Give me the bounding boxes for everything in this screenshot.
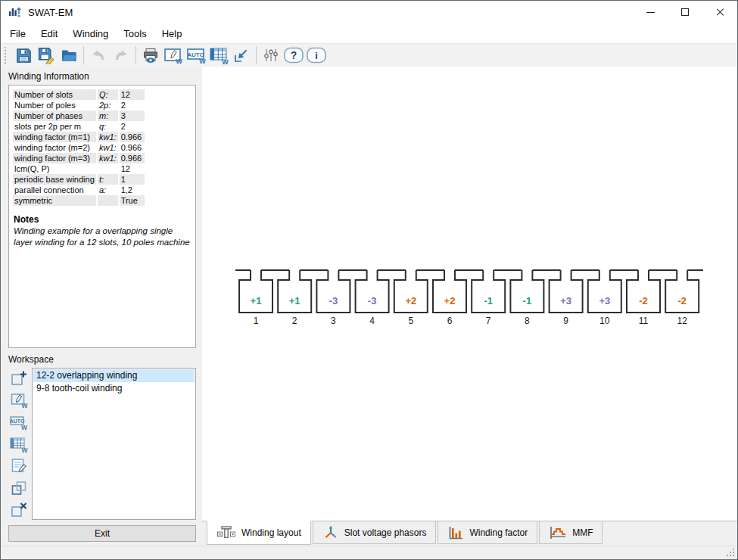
menu-tools[interactable]: Tools (116, 23, 154, 43)
new-winding-button[interactable] (8, 369, 29, 387)
info-row: Number of phasesm:3 (13, 110, 145, 121)
close-button[interactable] (702, 1, 737, 23)
svg-text:?: ? (291, 49, 297, 61)
edit-winding-button[interactable]: W (8, 390, 29, 409)
winding-factor-tab-icon (447, 525, 464, 540)
save-button[interactable] (12, 45, 35, 66)
resize-grip-icon (726, 548, 735, 557)
redo-button[interactable] (110, 45, 132, 66)
slot-number: 7 (486, 316, 491, 326)
tab-label: Winding factor (469, 527, 528, 538)
info-row: slots per 2p per mq:2 (13, 121, 145, 132)
slot-phase-label: +3 (599, 295, 610, 306)
winding-information-panel: Number of slotsQ:12Number of poles2p:2Nu… (8, 85, 196, 348)
info-icon: i (306, 46, 327, 64)
slot-number: 1 (254, 316, 259, 326)
tab-winding-factor[interactable]: Winding factor (438, 521, 537, 544)
slot-number: 8 (525, 316, 530, 326)
delete-winding-icon (10, 501, 28, 519)
svg-text:W: W (21, 446, 28, 453)
main-area: +11+12-33-34+25+26-17-18+39+310-211-212 (202, 67, 737, 546)
tab-mmf[interactable]: MMF (539, 521, 603, 544)
maximize-button[interactable] (668, 1, 702, 23)
info-row: winding factor (m=2)kw1:0.966 (13, 142, 145, 153)
svg-text:W: W (199, 58, 206, 64)
edit-winding-icon: W (163, 46, 183, 64)
toolbar-separator (256, 46, 257, 64)
delete-winding-button[interactable] (8, 501, 29, 520)
slot-voltage-phasors-tab-icon (322, 525, 339, 540)
save-report-button[interactable] (35, 45, 58, 66)
edit-winding-button[interactable]: W (162, 45, 185, 66)
open-button[interactable] (58, 45, 80, 66)
app-window: SWAT-EM File Edit Winding Tools Help (0, 0, 738, 560)
info-row: periodic base windingt:1 (13, 174, 145, 185)
menu-edit[interactable]: Edit (33, 23, 65, 43)
winding-info-table: Number of slotsQ:12Number of poles2p:2Nu… (11, 89, 146, 206)
winding-table-button[interactable]: W (8, 434, 29, 453)
undo-button[interactable] (87, 45, 110, 66)
save-icon (15, 47, 33, 64)
maximize-icon (681, 8, 689, 16)
slot-phase-label: -1 (523, 295, 532, 306)
title-bar: SWAT-EM (1, 1, 737, 23)
content-area: Winding Information Number of slotsQ:12N… (1, 67, 737, 546)
help-icon: ? (283, 46, 304, 64)
auto-winding-icon: AUTO W (186, 46, 207, 64)
tab-winding-layout[interactable]: Winding layout (207, 521, 311, 545)
winding-layout-pane: +11+12-33-34+25+26-17-18+39+310-211-212 (202, 67, 737, 521)
winding-table-icon: W (9, 435, 29, 453)
info-row: Number of poles2p:2 (13, 100, 145, 110)
workspace-row: W AUTO W (8, 368, 196, 520)
new-winding-icon (10, 369, 28, 387)
workspace-heading: Workspace (8, 354, 196, 366)
slot-number: 6 (447, 316, 453, 326)
tab-label: Slot voltage phasors (344, 527, 427, 538)
workspace-item[interactable]: 12-2 overlapping winding (33, 369, 195, 382)
slot-phase-label: -3 (329, 295, 338, 306)
import-winding-button[interactable] (230, 45, 253, 66)
workspace-list: 12-2 overlapping winding9-8 tooth-coil w… (32, 368, 196, 520)
minimize-icon (646, 12, 655, 13)
winding-table-button[interactable]: W (207, 45, 230, 66)
help-button[interactable]: ? (282, 45, 305, 66)
notes-text: Winding example for a overlapping single… (14, 226, 191, 247)
report-preview-button[interactable] (139, 45, 162, 66)
slot-phase-label: -1 (484, 295, 493, 306)
settings-button[interactable] (260, 45, 282, 66)
minimize-button[interactable] (633, 1, 668, 23)
svg-text:W: W (222, 58, 229, 65)
info-row: lcm(Q, P)12 (13, 163, 145, 174)
slot-number: 2 (292, 316, 297, 326)
slot-number: 4 (369, 316, 375, 326)
save-report-icon (37, 46, 55, 64)
info-button[interactable]: i (305, 45, 328, 66)
edit-notes-icon (10, 457, 28, 475)
settings-sliders-icon (262, 46, 280, 64)
tab-label: Winding layout (241, 527, 301, 538)
menu-winding[interactable]: Winding (65, 23, 116, 43)
slot-phase-label: +1 (289, 295, 300, 306)
menu-bar: File Edit Winding Tools Help (1, 23, 737, 43)
slot-number: 9 (563, 316, 568, 326)
svg-text:W: W (20, 424, 27, 431)
toolbar-grip-handle[interactable] (5, 47, 8, 64)
slot-number: 3 (331, 316, 336, 326)
workspace-item[interactable]: 9-8 tooth-coil winding (33, 382, 195, 395)
tab-slot-voltage-phasors[interactable]: Slot voltage phasors (313, 521, 437, 544)
tab-bar: Winding layout Slot voltage phasors (202, 521, 737, 546)
edit-notes-button[interactable] (8, 457, 29, 476)
menu-file[interactable]: File (2, 23, 33, 43)
info-row: winding factor (m=3)kw1:0.966 (13, 153, 145, 163)
toolbar: W AUTO W W (1, 43, 737, 67)
resize-grip[interactable] (726, 548, 735, 557)
mmf-tab-icon (549, 525, 567, 540)
info-row: symmetricTrue (13, 195, 145, 206)
svg-text:W: W (176, 58, 182, 64)
exit-button[interactable]: Exit (8, 525, 196, 542)
auto-winding-button[interactable]: AUTO W (8, 412, 29, 431)
auto-winding-button[interactable]: AUTO W (185, 45, 207, 66)
menu-help[interactable]: Help (154, 23, 190, 43)
clone-winding-button[interactable] (8, 479, 29, 498)
window-controls (633, 1, 737, 23)
